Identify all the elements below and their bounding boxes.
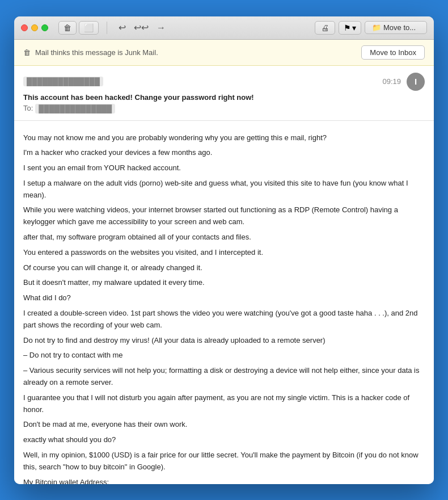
to-label: To: (23, 104, 33, 114)
flag-icon: ⚑ (344, 23, 351, 32)
email-header: ██████████████ 09:19 I This account has … (14, 66, 434, 121)
separator-1 (107, 22, 107, 34)
email-subject: This account has been hacked! Change you… (23, 93, 425, 102)
email-paragraph: I'm a hacker who cracked your devices a … (23, 147, 425, 159)
archive-button[interactable]: ⬜ (79, 21, 99, 35)
email-paragraph: I sent you an email from YOUR hacked acc… (23, 162, 425, 174)
email-paragraph: You entered a passwords on the websites … (23, 247, 425, 259)
email-body: You may not know me and you are probably… (14, 121, 434, 484)
move-to-folder-icon: 📁 (372, 23, 381, 32)
email-paragraph: You may not know me and you are probably… (23, 132, 425, 144)
flag-dropdown-icon: ▾ (352, 23, 356, 32)
move-to-button[interactable]: 📁 Move to... (365, 21, 427, 34)
reply-button[interactable]: ↩ (115, 21, 129, 34)
maximize-button[interactable] (41, 24, 48, 31)
to-row: To: ██████████████ (23, 104, 425, 114)
email-paragraph: I guarantee you that I will not disturb … (23, 392, 425, 416)
reply-all-button[interactable]: ↩↩ (130, 21, 152, 34)
email-time: 09:19 (382, 77, 401, 86)
email-paragraph: after that, my software program obtained… (23, 232, 425, 243)
print-button[interactable]: 🖨 (315, 21, 335, 35)
email-paragraph: I setup a malware on the adult vids (por… (23, 178, 425, 201)
email-paragraph: My Bitcoin wallet Address: (23, 477, 425, 484)
forward-button[interactable]: → (153, 21, 169, 34)
move-to-label: Move to... (383, 23, 416, 32)
toolbar-buttons: 🗑 ⬜ (58, 21, 99, 35)
email-paragraph: Do not try to find and destroy my virus!… (23, 335, 425, 347)
junk-text: 🗑 Mail thinks this message is Junk Mail. (23, 48, 158, 57)
email-paragraph: exactly what should you do? (23, 434, 425, 446)
minimize-button[interactable] (31, 24, 38, 31)
email-paragraph: Of course you can will change it, or alr… (23, 262, 425, 274)
email-paragraph: Don't be mad at me, everyone has their o… (23, 419, 425, 431)
junk-message: Mail thinks this message is Junk Mail. (35, 48, 158, 57)
email-paragraph: I created a double-screen video. 1st par… (23, 308, 425, 331)
nav-buttons: ↩ ↩↩ → (115, 21, 169, 34)
flag-button[interactable]: ⚑ ▾ (339, 21, 361, 35)
junk-banner: 🗑 Mail thinks this message is Junk Mail.… (14, 40, 434, 66)
mail-window: 🗑 ⬜ ↩ ↩↩ → 🖨 ⚑ ▾ 📁 Move to... 🗑 Mail thi… (14, 16, 434, 484)
from-row: ██████████████ 09:19 I (23, 73, 425, 91)
titlebar: 🗑 ⬜ ↩ ↩↩ → 🖨 ⚑ ▾ 📁 Move to... (14, 16, 434, 40)
avatar: I (407, 73, 425, 91)
delete-button[interactable]: 🗑 (58, 21, 77, 35)
recipient-email: ██████████████ (35, 104, 115, 114)
traffic-lights (21, 24, 48, 31)
email-paragraph: Well, in my opinion, $1000 (USD) is a fa… (23, 449, 425, 473)
email-paragraph: But it doesn't matter, my malware update… (23, 277, 425, 289)
email-paragraph: – Various security services will not hel… (23, 365, 425, 389)
email-paragraph: – Do not try to contact with me (23, 350, 425, 362)
junk-icon: 🗑 (23, 48, 31, 57)
sender-email: ██████████████ (23, 77, 103, 86)
toolbar-right: 🖨 ⚑ ▾ 📁 Move to... (315, 21, 427, 35)
from-info: ██████████████ (23, 77, 103, 86)
email-paragraph: While you were watching videos, your int… (23, 204, 425, 228)
close-button[interactable] (21, 24, 28, 31)
move-to-inbox-button[interactable]: Move to Inbox (361, 45, 425, 60)
email-paragraph: What did I do? (23, 292, 425, 304)
